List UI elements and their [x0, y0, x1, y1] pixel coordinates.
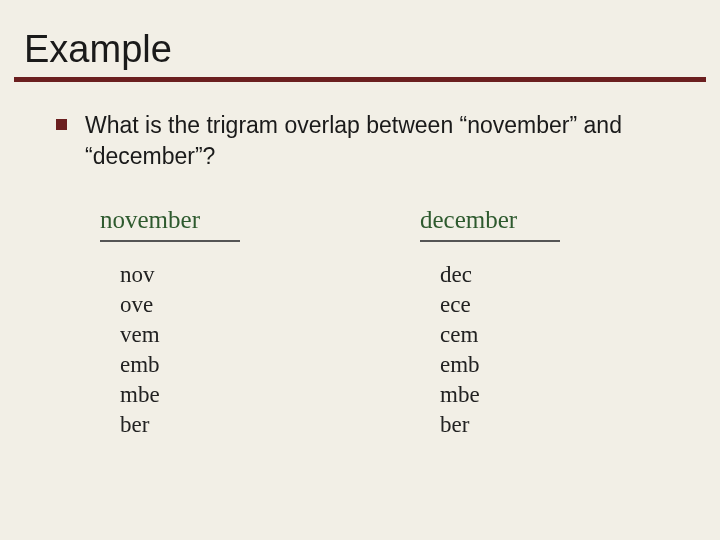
- slide-body: What is the trigram overlap between “nov…: [0, 82, 720, 439]
- left-heading-underline: [100, 240, 240, 242]
- trigram: ove: [120, 290, 240, 320]
- right-column: december dec ece cem emb mbe ber: [420, 206, 560, 439]
- trigram: ber: [120, 410, 240, 440]
- trigram: cem: [440, 320, 560, 350]
- trigram: ber: [440, 410, 560, 440]
- trigram: mbe: [440, 380, 560, 410]
- trigram: nov: [120, 260, 240, 290]
- trigram: dec: [440, 260, 560, 290]
- trigram: emb: [440, 350, 560, 380]
- slide: Example What is the trigram overlap betw…: [0, 0, 720, 540]
- columns: november nov ove vem emb mbe ber decembe…: [56, 206, 680, 439]
- slide-title: Example: [0, 0, 720, 77]
- left-heading: november: [100, 206, 240, 234]
- right-heading: december: [420, 206, 560, 234]
- trigram: emb: [120, 350, 240, 380]
- trigram: vem: [120, 320, 240, 350]
- left-column: november nov ove vem emb mbe ber: [100, 206, 240, 439]
- left-trigram-list: nov ove vem emb mbe ber: [100, 260, 240, 439]
- trigram: ece: [440, 290, 560, 320]
- right-heading-underline: [420, 240, 560, 242]
- right-trigram-list: dec ece cem emb mbe ber: [420, 260, 560, 439]
- bullet-item: What is the trigram overlap between “nov…: [56, 110, 680, 172]
- trigram: mbe: [120, 380, 240, 410]
- square-bullet-icon: [56, 119, 67, 130]
- bullet-text: What is the trigram overlap between “nov…: [85, 110, 680, 172]
